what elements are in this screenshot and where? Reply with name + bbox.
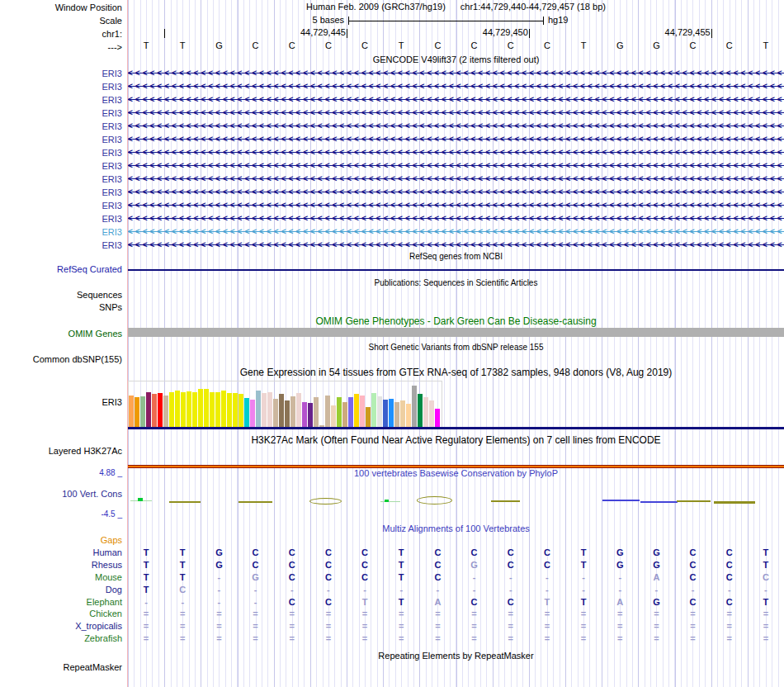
gtex-bar[interactable] <box>331 405 336 427</box>
alignment-base: = <box>638 633 674 644</box>
gencode-transcript-row[interactable]: <<<<<<<<<<<<<<<<<<<<<<<<<<<<<<<<<<<<<<<<… <box>128 212 784 225</box>
gtex-bar[interactable] <box>158 393 163 427</box>
multiz-alignment-row[interactable]: ================== <box>128 621 784 633</box>
gtex-bar[interactable] <box>314 397 319 427</box>
gtex-bar[interactable] <box>354 394 359 427</box>
gtex-bar[interactable] <box>296 393 301 427</box>
alignment-base: = <box>164 621 201 632</box>
phylop-wiggle-segment[interactable] <box>491 500 520 502</box>
multiz-alignment-row[interactable]: ================== <box>128 633 784 645</box>
gtex-bar[interactable] <box>394 402 399 427</box>
gtex-bar[interactable] <box>371 393 376 427</box>
gencode-transcript-row[interactable]: <<<<<<<<<<<<<<<<<<<<<<<<<<<<<<<<<<<<<<<<… <box>128 80 784 93</box>
gtex-bar[interactable] <box>140 396 145 427</box>
gencode-transcript-row[interactable]: <<<<<<<<<<<<<<<<<<<<<<<<<<<<<<<<<<<<<<<<… <box>128 199 784 212</box>
phylop-wiggle-segment[interactable] <box>169 501 201 503</box>
gtex-bar[interactable] <box>366 407 371 427</box>
multiz-alignment-row[interactable] <box>128 535 784 547</box>
multiz-alignment-row[interactable]: TTGCCCCTCGCCTGGCCT <box>128 560 784 571</box>
phylop-wiggle-segment[interactable] <box>602 500 640 501</box>
refseq-gene-line[interactable] <box>128 269 784 271</box>
gtex-bar[interactable] <box>239 394 243 427</box>
gtex-bar[interactable] <box>146 392 151 427</box>
gtex-bar[interactable] <box>129 396 134 427</box>
phylop-wiggle-segment[interactable] <box>677 500 711 502</box>
gtex-bar[interactable] <box>423 397 428 427</box>
gtex-bar[interactable] <box>163 396 168 427</box>
phylop-wiggle-segment[interactable] <box>385 500 389 502</box>
gtex-bar[interactable] <box>302 402 307 427</box>
gtex-bar[interactable] <box>227 393 232 427</box>
strand-arrows-left: <<<<<<<<<<<<<<<<<<<<<<<<<<<<<<<<<<<<<<<<… <box>128 225 784 239</box>
phylop-wiggle-segment[interactable] <box>640 501 678 503</box>
gtex-bar[interactable] <box>210 392 215 427</box>
gtex-bar[interactable] <box>348 397 353 427</box>
gtex-bar[interactable] <box>135 397 139 427</box>
gtex-bar[interactable] <box>273 399 278 427</box>
gtex-bar[interactable] <box>279 394 284 427</box>
gtex-bar[interactable] <box>342 402 347 427</box>
gencode-transcript-row[interactable]: <<<<<<<<<<<<<<<<<<<<<<<<<<<<<<<<<<<<<<<<… <box>128 93 784 107</box>
dbsnp-track-title: Short Genetic Variants from dbSNP releas… <box>128 343 784 353</box>
gtex-bar[interactable] <box>325 396 330 427</box>
multiz-alignment-row[interactable]: TTGCCCCTCCCCTGGCCT <box>128 547 784 559</box>
gtex-bar[interactable] <box>215 392 220 427</box>
multiz-alignment-row[interactable]: TT-GCCCTC-----ACCC <box>128 572 784 584</box>
gtex-bar[interactable] <box>262 393 267 427</box>
gtex-bar[interactable] <box>181 392 186 427</box>
gtex-bar[interactable] <box>290 396 295 427</box>
gencode-transcript-label: ERI3 <box>0 82 122 92</box>
multiz-alignment-row[interactable]: ----CCTTACCTTAGCCT <box>128 597 784 609</box>
gtex-bar[interactable] <box>308 403 313 427</box>
phylop-wiggle-segment[interactable] <box>239 501 272 503</box>
gtex-bar[interactable] <box>244 398 249 427</box>
gtex-bar[interactable] <box>337 397 342 427</box>
gencode-transcript-row[interactable]: <<<<<<<<<<<<<<<<<<<<<<<<<<<<<<<<<<<<<<<<… <box>128 225 784 239</box>
gtex-bar[interactable] <box>389 399 394 427</box>
gencode-transcript-row[interactable]: <<<<<<<<<<<<<<<<<<<<<<<<<<<<<<<<<<<<<<<<… <box>128 173 784 186</box>
gtex-bar[interactable] <box>285 400 290 427</box>
gtex-bar[interactable] <box>187 391 191 427</box>
multiz-alignment-row[interactable]: TC---------------- <box>128 585 784 596</box>
gencode-track-title: GENCODE V49lift37 (2 items filtered out) <box>128 54 784 65</box>
omim-gene-bar[interactable] <box>128 328 784 337</box>
gtex-bar[interactable] <box>169 392 174 427</box>
gencode-transcript-row[interactable]: <<<<<<<<<<<<<<<<<<<<<<<<<<<<<<<<<<<<<<<<… <box>128 159 784 173</box>
phylop-wiggle-segment[interactable] <box>309 498 342 505</box>
gtex-bar[interactable] <box>221 391 226 427</box>
phylop-wiggle-segment[interactable] <box>138 498 143 501</box>
gencode-transcript-row[interactable]: <<<<<<<<<<<<<<<<<<<<<<<<<<<<<<<<<<<<<<<<… <box>128 107 784 120</box>
gencode-transcript-row[interactable]: <<<<<<<<<<<<<<<<<<<<<<<<<<<<<<<<<<<<<<<<… <box>128 133 784 146</box>
gtex-bar[interactable] <box>377 396 382 427</box>
gtex-bar[interactable] <box>418 394 423 427</box>
gtex-bar[interactable] <box>256 391 261 427</box>
gtex-bar[interactable] <box>406 404 411 427</box>
gencode-transcript-row[interactable]: <<<<<<<<<<<<<<<<<<<<<<<<<<<<<<<<<<<<<<<<… <box>128 67 784 80</box>
gtex-bar[interactable] <box>233 393 238 427</box>
gencode-transcript-row[interactable]: <<<<<<<<<<<<<<<<<<<<<<<<<<<<<<<<<<<<<<<<… <box>128 239 784 252</box>
gtex-bar[interactable] <box>192 392 197 427</box>
gtex-bar[interactable] <box>204 389 209 427</box>
alignment-base: = <box>711 609 748 619</box>
gtex-bar[interactable] <box>175 391 180 427</box>
gtex-bar[interactable] <box>152 394 157 427</box>
alignment-base: - <box>310 585 347 595</box>
phylop-wiggle-segment[interactable] <box>417 496 452 505</box>
gtex-bar[interactable] <box>400 400 405 427</box>
gencode-transcript-row[interactable]: <<<<<<<<<<<<<<<<<<<<<<<<<<<<<<<<<<<<<<<<… <box>128 120 784 133</box>
gtex-bar[interactable] <box>412 386 417 427</box>
phylop-wiggle-segment[interactable] <box>714 501 755 504</box>
gencode-transcript-row[interactable]: <<<<<<<<<<<<<<<<<<<<<<<<<<<<<<<<<<<<<<<<… <box>128 146 784 159</box>
gtex-bar[interactable] <box>250 400 255 427</box>
gtex-bar[interactable] <box>360 396 365 427</box>
alignment-base: C <box>456 547 493 558</box>
gtex-bar[interactable] <box>198 389 203 427</box>
gtex-bar[interactable] <box>429 400 434 427</box>
phylop-wiggle-segment[interactable] <box>380 501 400 502</box>
gtex-bar[interactable] <box>383 400 388 427</box>
gtex-bar[interactable] <box>435 409 440 427</box>
scale-assembly-text: hg19 <box>548 15 568 25</box>
multiz-alignment-row[interactable]: ================== <box>128 609 784 620</box>
gencode-transcript-row[interactable]: <<<<<<<<<<<<<<<<<<<<<<<<<<<<<<<<<<<<<<<<… <box>128 186 784 199</box>
gtex-bar[interactable] <box>267 392 272 427</box>
